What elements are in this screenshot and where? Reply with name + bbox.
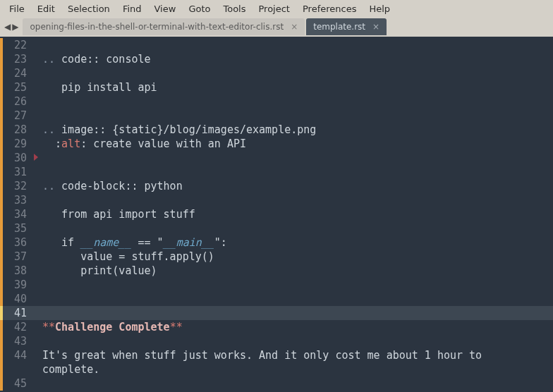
code-line[interactable] <box>42 151 553 165</box>
code-line[interactable] <box>42 109 553 123</box>
menu-item-tools[interactable]: Tools <box>217 2 252 16</box>
tab-nav-arrows[interactable]: ◀ ▶ <box>4 23 18 31</box>
nav-left-icon[interactable]: ◀ <box>4 23 11 31</box>
line-number: 28 <box>0 123 32 137</box>
line-number: 39 <box>0 278 32 292</box>
code-line[interactable] <box>42 278 553 292</box>
code-line[interactable]: print(value) <box>42 264 553 278</box>
menu-item-file[interactable]: File <box>3 2 31 16</box>
line-number: 36 <box>0 235 32 250</box>
line-number: 40 <box>0 292 32 306</box>
code-line[interactable]: **Challenge Complete** <box>42 320 553 334</box>
line-number: 43 <box>0 334 32 348</box>
line-number: 24 <box>0 66 32 80</box>
line-number: 32 <box>0 179 32 193</box>
code-line[interactable]: .. image:: {static}/blog/images/example.… <box>42 123 553 137</box>
line-number: 45 <box>0 376 32 391</box>
line-number: 38 <box>0 264 32 278</box>
line-number: 23 <box>0 52 32 66</box>
menu-item-preferences[interactable]: Preferences <box>296 2 363 16</box>
line-number: 31 <box>0 165 32 179</box>
code-line[interactable] <box>42 38 553 52</box>
menu-item-goto[interactable]: Goto <box>182 2 217 16</box>
line-number: 34 <box>0 207 32 221</box>
code-line[interactable] <box>42 165 553 179</box>
tab-0[interactable]: opening-files-in-the-shell-or-terminal-w… <box>23 18 305 35</box>
code-line[interactable] <box>42 94 553 109</box>
nav-right-icon[interactable]: ▶ <box>12 23 18 31</box>
line-number-gutter: 2223242526272829303132333435363738394041… <box>0 37 32 392</box>
code-line[interactable]: if __name__ == "__main__": <box>42 235 553 250</box>
code-line[interactable] <box>42 376 553 391</box>
line-number: 42 <box>0 320 32 334</box>
code-line[interactable]: value = stuff.apply() <box>42 250 553 264</box>
menu-item-selection[interactable]: Selection <box>61 2 116 16</box>
line-number: 33 <box>0 193 32 207</box>
line-number: 27 <box>0 109 32 123</box>
code-line-wrap[interactable]: complete. <box>42 362 553 376</box>
code-line[interactable] <box>42 66 553 80</box>
code-line[interactable]: pip install api <box>42 80 553 94</box>
tab-label: template.rst <box>313 22 365 32</box>
code-content[interactable]: .. code:: console pip install api.. imag… <box>32 37 553 392</box>
menu-item-view[interactable]: View <box>148 2 183 16</box>
code-line[interactable] <box>42 334 553 348</box>
tab-1[interactable]: template.rst× <box>306 18 387 35</box>
code-line[interactable]: It's great when stuff just works. And it… <box>42 348 553 362</box>
line-number: 29 <box>0 137 32 151</box>
menu-item-project[interactable]: Project <box>252 2 296 16</box>
line-number: 25 <box>0 80 32 94</box>
menu-bar: FileEditSelectionFindViewGotoToolsProjec… <box>0 0 553 17</box>
menu-item-find[interactable]: Find <box>116 2 148 16</box>
code-line[interactable] <box>32 306 553 320</box>
line-number-wrap <box>0 362 32 376</box>
editor-area[interactable]: 2223242526272829303132333435363738394041… <box>0 37 553 392</box>
line-number: 41 <box>0 306 32 320</box>
line-number: 35 <box>0 221 32 235</box>
close-icon[interactable]: × <box>372 22 379 32</box>
code-line[interactable]: from api import stuff <box>42 207 553 221</box>
line-number: 26 <box>0 94 32 109</box>
tab-bar: ◀ ▶ opening-files-in-the-shell-or-termin… <box>0 17 553 37</box>
menu-item-edit[interactable]: Edit <box>31 2 61 16</box>
close-icon[interactable]: × <box>291 22 298 32</box>
line-number: 44 <box>0 348 32 362</box>
line-number: 30 <box>0 151 32 165</box>
line-number: 37 <box>0 250 32 264</box>
tab-label: opening-files-in-the-shell-or-terminal-w… <box>30 22 284 32</box>
code-line[interactable]: :alt: create value with an API <box>42 137 553 151</box>
code-line[interactable] <box>42 292 553 306</box>
code-line[interactable] <box>42 193 553 207</box>
line-number: 22 <box>0 38 32 52</box>
code-line[interactable] <box>42 221 553 235</box>
code-line[interactable]: .. code-block:: python <box>42 179 553 193</box>
code-line[interactable]: .. code:: console <box>42 52 553 66</box>
menu-item-help[interactable]: Help <box>363 2 396 16</box>
